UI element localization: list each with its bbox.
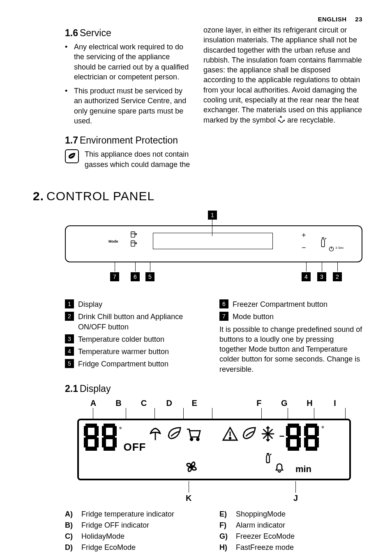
leg-E: E)ShoppingMode bbox=[219, 510, 362, 519]
legend-item-5: 5Fridge Compartment button bbox=[65, 359, 208, 369]
leg-H: H)FastFreeze mode bbox=[219, 543, 362, 552]
service-bullets: Any electrical work required to do the s… bbox=[65, 42, 192, 126]
leg-H-text: FastFreeze mode bbox=[236, 543, 294, 552]
letter-D: D bbox=[164, 398, 175, 408]
env-part3-span: are recyclable. bbox=[285, 116, 335, 124]
env-part2-span: ozone layer, in either its refrigerant c… bbox=[203, 26, 362, 124]
letter-I: I bbox=[330, 398, 340, 408]
page-number: 23 bbox=[355, 16, 362, 23]
svg-rect-29 bbox=[286, 426, 290, 436]
fridge-degree-icon: ° bbox=[119, 426, 122, 433]
svg-rect-30 bbox=[297, 426, 301, 436]
recycle-icon bbox=[278, 116, 285, 125]
callout-4: 4 bbox=[302, 262, 311, 281]
control-panel-diagram: 1 Mode + − 3 Sec 7 6 5 4 3 2 bbox=[65, 211, 362, 297]
legend-item-2: 2Drink Chill button and Appliance ON/OFF… bbox=[65, 312, 208, 332]
heading-2-title: CONTROL PANEL bbox=[46, 189, 154, 203]
header-lang: ENGLISH bbox=[318, 16, 346, 23]
mode-label: Mode bbox=[108, 239, 118, 243]
callout-2: 2 bbox=[333, 262, 342, 281]
drink-chill-icon bbox=[319, 237, 328, 250]
svg-rect-32 bbox=[286, 438, 290, 447]
three-sec-label: 3 Sec bbox=[335, 246, 344, 250]
eco-icon bbox=[65, 149, 79, 163]
svg-rect-12 bbox=[85, 447, 97, 451]
svg-rect-14 bbox=[102, 426, 106, 436]
holiday-mode-icon bbox=[146, 426, 165, 444]
freezer-compartment-icon bbox=[131, 240, 139, 250]
legend-3-text: Temperature colder button bbox=[78, 334, 208, 344]
leg-G: G)Freezer EcoMode bbox=[219, 532, 362, 541]
legend-7-text: Mode button bbox=[233, 312, 362, 322]
leg-D-text: Fridge EcoMode bbox=[81, 543, 136, 552]
bell-icon bbox=[274, 463, 284, 475]
heading-2-1: 2.1Display bbox=[65, 383, 362, 394]
lcd-panel: ° OFF − ° bbox=[77, 419, 351, 480]
callout-6: 6 bbox=[131, 262, 140, 281]
svg-rect-19 bbox=[104, 447, 115, 451]
minus-icon: − bbox=[302, 243, 306, 252]
heading-1-7-num: 1.7 bbox=[65, 135, 78, 146]
leg-E-text: ShoppingMode bbox=[236, 510, 286, 519]
off-indicator: OFF bbox=[123, 441, 146, 454]
letter-gap bbox=[214, 398, 239, 408]
legend-item-7: 7Mode button bbox=[219, 312, 362, 322]
fan-icon bbox=[183, 459, 200, 477]
svg-rect-11 bbox=[95, 438, 99, 447]
svg-rect-34 bbox=[288, 447, 299, 451]
fridge-ecomode-icon bbox=[165, 426, 184, 444]
letter-B: B bbox=[113, 398, 124, 408]
svg-rect-2 bbox=[131, 241, 135, 246]
heading-2-1-title: Display bbox=[80, 383, 111, 394]
leg-C-text: HolidayMode bbox=[81, 532, 125, 541]
svg-rect-8 bbox=[95, 426, 99, 436]
svg-rect-36 bbox=[304, 426, 308, 436]
svg-point-21 bbox=[197, 438, 199, 440]
power-icon bbox=[329, 245, 334, 254]
panel-legend: 1Display 2Drink Chill button and Applian… bbox=[65, 299, 362, 374]
letter-F: F bbox=[254, 398, 264, 408]
panel-note: It is possible to change predefined soun… bbox=[219, 324, 362, 374]
legend-5-text: Fridge Compartment button bbox=[78, 359, 208, 369]
display-slot bbox=[153, 233, 273, 249]
svg-point-23 bbox=[230, 438, 231, 439]
leg-F: F)Alarm indicator bbox=[219, 521, 362, 530]
legend-4-text: Temperature warmer button bbox=[78, 347, 208, 357]
callout-1-badge: 1 bbox=[208, 211, 217, 220]
svg-rect-37 bbox=[315, 426, 319, 436]
alarm-indicator-icon bbox=[221, 426, 240, 444]
letter-J: J bbox=[293, 481, 298, 503]
heading-1-7: 1.7Environment Protection bbox=[65, 135, 192, 146]
display-diagram: A B C D E F G H I ° OFF bbox=[77, 398, 351, 504]
leg-B-text: Fridge OFF indicator bbox=[81, 521, 149, 530]
display-legend-right: E)ShoppingMode F)Alarm indicator G)Freez… bbox=[219, 510, 362, 554]
legend-item-4: 4Temperature warmer button bbox=[65, 347, 208, 357]
leg-G-text: Freezer EcoMode bbox=[236, 532, 295, 541]
heading-2: 2.CONTROL PANEL bbox=[33, 189, 362, 203]
svg-rect-40 bbox=[315, 438, 319, 447]
env-text-part1: This appliance does not contain gasses w… bbox=[85, 149, 192, 169]
leg-C: C)HolidayMode bbox=[65, 532, 208, 541]
fridge-compartment-icon bbox=[131, 231, 139, 241]
letter-H: H bbox=[304, 398, 315, 408]
svg-rect-15 bbox=[113, 426, 117, 436]
page-header: ENGLISH 23 bbox=[33, 16, 362, 23]
leg-D: D)Fridge EcoMode bbox=[65, 543, 208, 552]
heading-1-6-title: Service bbox=[80, 28, 111, 38]
callout-3: 3 bbox=[317, 262, 326, 281]
panel-legend-left: 1Display 2Drink Chill button and Applian… bbox=[65, 299, 208, 374]
display-legend-left: A)Fridge temperature indicator B)Fridge … bbox=[65, 510, 208, 554]
display-legend: A)Fridge temperature indicator B)Fridge … bbox=[65, 510, 362, 554]
bottom-callouts: 7 6 5 4 3 2 bbox=[65, 262, 362, 290]
letter-E: E bbox=[189, 398, 200, 408]
leg-A: A)Fridge temperature indicator bbox=[65, 510, 208, 519]
heading-2-1-num: 2.1 bbox=[65, 383, 78, 394]
letters-row: A B C D E F G H I bbox=[77, 398, 351, 408]
panel-legend-right: 6Freezer Compartment button 7Mode button… bbox=[219, 299, 362, 374]
leg-B: B)Fridge OFF indicator bbox=[65, 521, 208, 530]
service-bullet-2: This product must be serviced by an auth… bbox=[65, 86, 192, 126]
env-text-part2: ozone layer, in either its refrigerant c… bbox=[203, 25, 362, 125]
svg-rect-17 bbox=[102, 438, 106, 447]
heading-1-6-num: 1.6 bbox=[65, 28, 78, 38]
svg-point-20 bbox=[191, 438, 193, 440]
